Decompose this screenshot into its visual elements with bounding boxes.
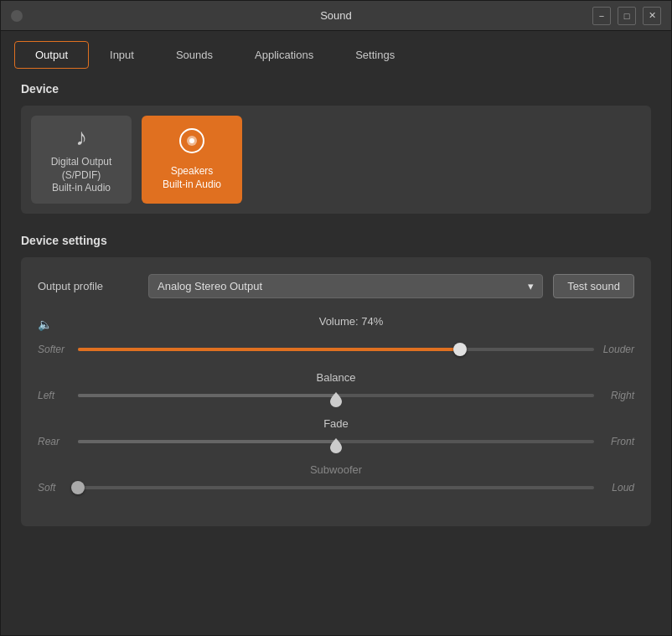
subwoofer-slider-row: Soft Loud — [38, 479, 634, 496]
fade-slider-wrapper — [78, 433, 594, 450]
balance-slider-row: Left Right — [38, 387, 634, 404]
subwoofer-label: Subwoofer — [38, 463, 634, 476]
tab-settings[interactable]: Settings — [334, 41, 416, 69]
device-section-label: Device — [21, 82, 651, 96]
subwoofer-section: Subwoofer Soft Loud — [38, 463, 634, 496]
test-sound-button[interactable]: Test sound — [553, 274, 634, 298]
balance-label: Balance — [38, 371, 634, 384]
window-controls: − □ ✕ — [592, 7, 661, 25]
louder-label: Louder — [601, 344, 634, 355]
front-label: Front — [601, 436, 634, 447]
volume-slider-section: Softer Louder — [38, 341, 634, 358]
device-card-digital-output[interactable]: ♪ Digital Output (S/PDIF) Built-in Audio — [31, 116, 132, 204]
tab-sounds[interactable]: Sounds — [155, 41, 234, 69]
content-area: Device ♪ Digital Output (S/PDIF) Built-i… — [1, 69, 671, 635]
output-profile-dropdown[interactable]: Analog Stereo Output ▾ — [148, 274, 543, 298]
tab-input[interactable]: Input — [89, 41, 155, 69]
traffic-light — [11, 10, 23, 22]
tab-applications[interactable]: Applications — [234, 41, 334, 69]
main-window: Sound − □ ✕ Output Input Sounds Applicat… — [0, 0, 672, 636]
profile-value: Analog Stereo Output — [158, 280, 262, 292]
device-name-speakers: Speakers Built-in Audio — [163, 165, 221, 191]
device-card-speakers[interactable]: Speakers Built-in Audio — [142, 116, 242, 204]
loud-label: Loud — [601, 482, 634, 494]
right-label: Right — [601, 390, 634, 401]
softer-label: Softer — [38, 344, 71, 355]
window-title: Sound — [320, 9, 352, 22]
balance-slider-wrapper — [78, 387, 594, 404]
rear-label: Rear — [38, 436, 71, 447]
chevron-down-icon: ▾ — [528, 280, 534, 292]
device-name-digital: Digital Output (S/PDIF) Built-in Audio — [39, 156, 123, 195]
tab-bar: Output Input Sounds Applications Setting… — [1, 31, 671, 69]
left-label: Left — [38, 390, 71, 401]
volume-slider-row: Softer Louder — [38, 341, 634, 358]
fade-section: Fade Rear Front — [38, 417, 634, 450]
music-note-icon: ♪ — [75, 124, 87, 151]
titlebar-left-controls — [11, 10, 23, 22]
fade-slider-row: Rear Front — [38, 433, 634, 450]
tab-output[interactable]: Output — [14, 41, 89, 69]
fade-label: Fade — [38, 417, 634, 430]
settings-panel: Output profile Analog Stereo Output ▾ Te… — [21, 257, 651, 526]
volume-row: 🔈 Volume: 74% — [38, 315, 634, 334]
minimize-button[interactable]: − — [592, 7, 611, 25]
device-grid: ♪ Digital Output (S/PDIF) Built-in Audio… — [21, 106, 651, 214]
titlebar: Sound − □ ✕ — [1, 1, 671, 31]
svg-point-2 — [189, 138, 194, 143]
balance-section: Balance Left — [38, 371, 634, 404]
output-profile-row: Output profile Analog Stereo Output ▾ Te… — [38, 274, 634, 298]
soft-label: Soft — [38, 482, 71, 494]
device-settings-label: Device settings — [21, 234, 651, 247]
volume-slider-wrapper — [78, 341, 594, 358]
volume-text: Volume: 74% — [68, 315, 634, 328]
subwoofer-slider-wrapper — [78, 479, 594, 496]
output-profile-label: Output profile — [38, 280, 138, 292]
volume-icon: 🔈 — [38, 318, 58, 331]
speaker-icon — [178, 127, 205, 160]
close-button[interactable]: ✕ — [643, 7, 661, 25]
maximize-button[interactable]: □ — [618, 7, 636, 25]
